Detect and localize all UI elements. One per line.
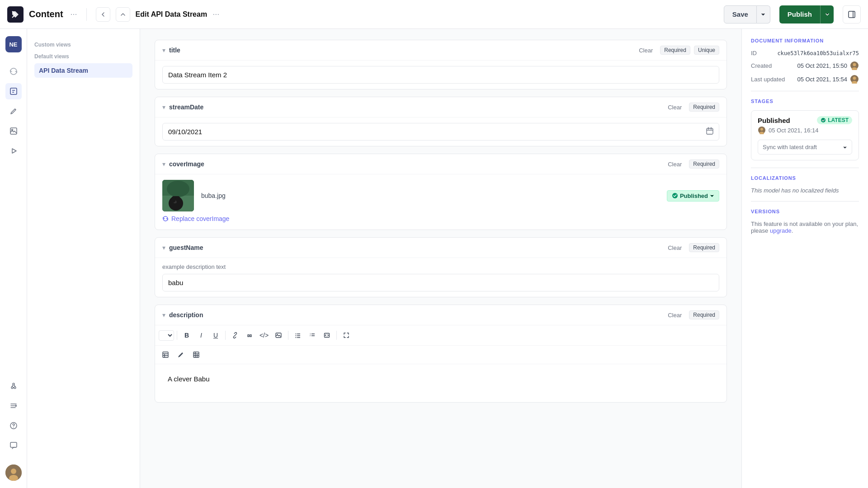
sync-label: Sync with latest draft [763,144,817,150]
save-dropdown-button[interactable] [757,5,770,23]
nav-item-api-data-stream[interactable]: API Data Stream [34,63,132,78]
sidebar-icon-edit[interactable] [5,103,22,119]
svg-point-59 [760,128,763,131]
content-more-dots[interactable]: ··· [71,9,77,19]
replace-cover-image-link[interactable]: Replace coverImage [162,211,719,224]
doc-info-id-label: ID [751,50,757,56]
title-field-body [155,61,726,89]
sidebar-icon-play[interactable] [5,143,22,159]
pencil-button[interactable] [174,348,188,361]
sidebar-icon-settings[interactable] [5,398,22,414]
guest-name-required-tag[interactable]: Required [689,243,719,252]
stream-date-collapse-btn[interactable]: ▾ [162,103,165,111]
sidebar-icon-media[interactable] [5,123,22,139]
title-required-tag[interactable]: Required [660,46,690,55]
topbar-separator [86,8,87,21]
svg-rect-13 [10,442,17,447]
panel-divider-2 [751,168,859,168]
italic-button[interactable]: I [194,329,208,342]
numbered-list-button[interactable]: 1.2. [306,329,319,342]
sidebar-icon-webhooks[interactable] [5,378,22,394]
panel-toggle-button[interactable] [843,5,861,23]
publish-button-group: Publish [779,5,834,23]
link-button[interactable] [228,329,242,342]
stages-section-title: STAGES [751,99,859,104]
image-button[interactable] [272,329,285,342]
toolbar-sep-4 [336,331,337,340]
bullet-list-button[interactable] [291,329,305,342]
save-button[interactable]: Save [724,5,757,23]
cover-image-field-name: coverImage [169,160,660,168]
doc-info-updated-row: Last updated 05 Oct 2021, 15:54 [751,75,859,84]
text-format-select[interactable] [159,330,174,341]
guest-name-collapse-btn[interactable]: ▾ [162,244,165,251]
doc-info-created-label: Created [751,62,772,69]
edit-more-dots[interactable]: ··· [212,9,219,19]
title-collapse-btn[interactable]: ▾ [162,47,165,54]
title-unique-tag[interactable]: Unique [694,46,719,55]
title-field-header: ▾ title Clear Required Unique [155,40,726,61]
calendar-icon[interactable] [706,127,714,137]
localizations-text: This model has no localized fields [751,187,859,194]
doc-info-updated-value: 05 Oct 2021, 15:54 [797,75,859,84]
bold-button[interactable]: B [180,329,193,342]
versions-section-title: VERSIONS [751,209,859,214]
cover-image-filename: buba.jpg [201,192,660,199]
sidebar-icon-chat[interactable] [5,437,22,454]
right-panel: ❯ DOCUMENT INFORMATION ID ckue53l7k6oa10… [741,29,868,488]
description-content[interactable]: A clever Babu [162,370,719,397]
guest-name-clear-btn[interactable]: Clear [664,244,685,252]
cover-image-field-header: ▾ coverImage Clear Required [155,154,726,174]
description-clear-btn[interactable]: Clear [664,311,685,319]
guest-name-input[interactable] [162,274,719,291]
guest-name-field-name: guestName [169,244,660,251]
cover-image-status-badge[interactable]: Published [667,190,719,202]
save-button-group: Save [724,5,770,23]
quote-button[interactable] [243,329,256,342]
sidebar-icon-help[interactable] [5,418,22,434]
stream-date-input[interactable] [162,123,719,141]
app-title: Content [29,9,63,19]
table-edit-button[interactable] [189,348,203,361]
page-edit-title: Edit API Data Stream [136,10,208,19]
versions-period: . [792,227,793,234]
versions-text: This feature is not available on your pl… [751,221,859,234]
description-required-tag[interactable]: Required [689,310,719,319]
sync-with-draft-select[interactable]: Sync with latest draft [758,140,852,155]
cover-image-required-tag[interactable]: Required [689,160,719,169]
stage-date-value: 05 Oct 2021, 16:14 [769,127,819,134]
stage-latest-label: LATEST [828,117,849,123]
cover-image-collapse-btn[interactable]: ▾ [162,160,165,168]
embed-button[interactable] [320,329,334,342]
stream-date-clear-btn[interactable]: Clear [664,103,685,112]
svg-point-12 [13,427,14,428]
cover-image-field-block: ▾ coverImage Clear Required [155,154,727,230]
sidebar-icon-sync[interactable] [5,63,22,80]
code-button[interactable]: </> [257,329,271,342]
svg-rect-2 [10,88,17,94]
stream-date-required-tag[interactable]: Required [689,103,719,112]
description-field-header: ▾ description Clear Required [155,305,726,325]
user-avatar[interactable] [5,465,22,481]
sidebar-icon-content[interactable] [5,83,22,99]
table-button[interactable] [159,348,172,361]
fullscreen-button[interactable] [340,329,353,342]
toolbar-sep-1 [177,331,177,340]
title-input[interactable] [162,66,719,84]
stage-date: 05 Oct 2021, 16:14 [758,126,852,134]
guest-name-field-body: example description text [155,258,726,297]
underline-button[interactable]: U [209,329,222,342]
svg-point-31 [296,333,297,334]
cover-image-field-body: buba.jpg Published Replace coverImage [155,174,726,230]
publish-button[interactable]: Publish [779,5,820,23]
svg-point-24 [169,196,183,211]
description-collapse-btn[interactable]: ▾ [162,311,165,319]
publish-dropdown-button[interactable] [820,5,834,23]
nav-back-button[interactable] [96,7,110,22]
upgrade-link[interactable]: upgrade [770,227,792,234]
title-clear-btn[interactable]: Clear [635,46,656,55]
workspace-avatar[interactable]: NE [5,36,22,52]
nav-up-button[interactable] [116,7,130,22]
content-area: ▾ title Clear Required Unique ▾ streamDa… [140,29,741,488]
cover-image-clear-btn[interactable]: Clear [664,160,685,169]
